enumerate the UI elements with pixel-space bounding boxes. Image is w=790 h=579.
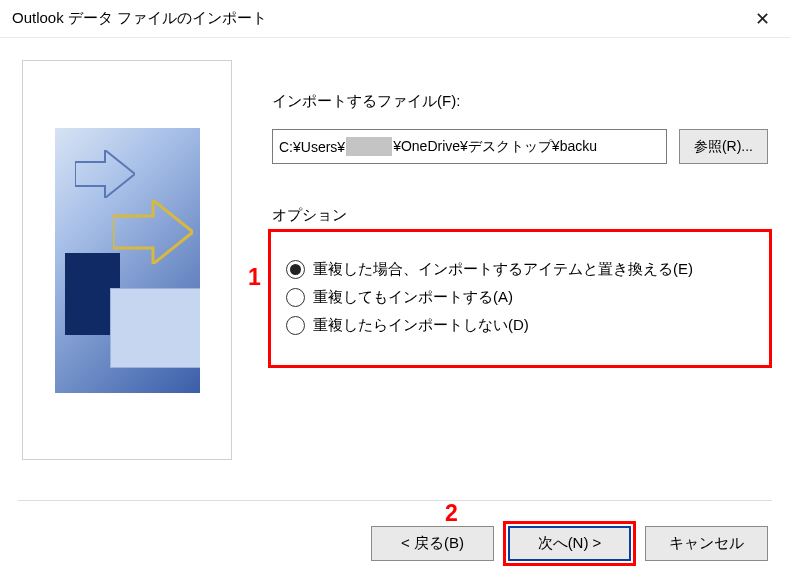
close-icon[interactable]: ✕ [749, 4, 776, 34]
radio-option-replace[interactable]: 重複した場合、インポートするアイテムと置き換える(E) [286, 260, 754, 279]
arrow-icon [113, 200, 193, 264]
arrow-icon [75, 150, 135, 198]
radio-icon [286, 260, 305, 279]
radio-option-no-duplicates[interactable]: 重複したらインポートしない(D) [286, 316, 754, 335]
wizard-illustration-frame [22, 60, 232, 460]
redacted-segment [346, 137, 392, 156]
radio-label: 重複した場合、インポートするアイテムと置き換える(E) [313, 260, 693, 279]
back-button[interactable]: < 戻る(B) [371, 526, 494, 561]
file-path-prefix: C:¥Users¥ [279, 139, 345, 155]
file-row: C:¥Users¥ ¥OneDrive¥デスクトップ¥backu 参照(R)..… [272, 129, 768, 164]
next-button[interactable]: 次へ(N) > [508, 526, 631, 561]
options-group-label: オプション [272, 206, 768, 225]
form-panel: インポートするファイル(F): C:¥Users¥ ¥OneDrive¥デスクト… [232, 60, 768, 488]
wizard-footer: < 戻る(B) 次へ(N) > キャンセル [371, 526, 768, 561]
content-area: インポートするファイル(F): C:¥Users¥ ¥OneDrive¥デスクト… [0, 38, 790, 498]
radio-label: 重複したらインポートしない(D) [313, 316, 529, 335]
window-title: Outlook データ ファイルのインポート [12, 9, 267, 28]
radio-icon [286, 288, 305, 307]
wizard-illustration [55, 128, 200, 393]
radio-icon [286, 316, 305, 335]
annotation-number-2: 2 [445, 500, 458, 527]
radio-label: 重複してもインポートする(A) [313, 288, 513, 307]
options-group: 重複した場合、インポートするアイテムと置き換える(E) 重複してもインポートする… [272, 233, 768, 364]
titlebar: Outlook データ ファイルのインポート ✕ [0, 0, 790, 38]
browse-button[interactable]: 参照(R)... [679, 129, 768, 164]
separator [18, 500, 772, 501]
cancel-button[interactable]: キャンセル [645, 526, 768, 561]
file-label: インポートするファイル(F): [272, 92, 768, 111]
file-path-suffix: ¥OneDrive¥デスクトップ¥backu [393, 138, 597, 156]
radio-option-allow-duplicates[interactable]: 重複してもインポートする(A) [286, 288, 754, 307]
file-path-input[interactable]: C:¥Users¥ ¥OneDrive¥デスクトップ¥backu [272, 129, 667, 164]
annotation-highlight-2: 次へ(N) > [508, 526, 631, 561]
